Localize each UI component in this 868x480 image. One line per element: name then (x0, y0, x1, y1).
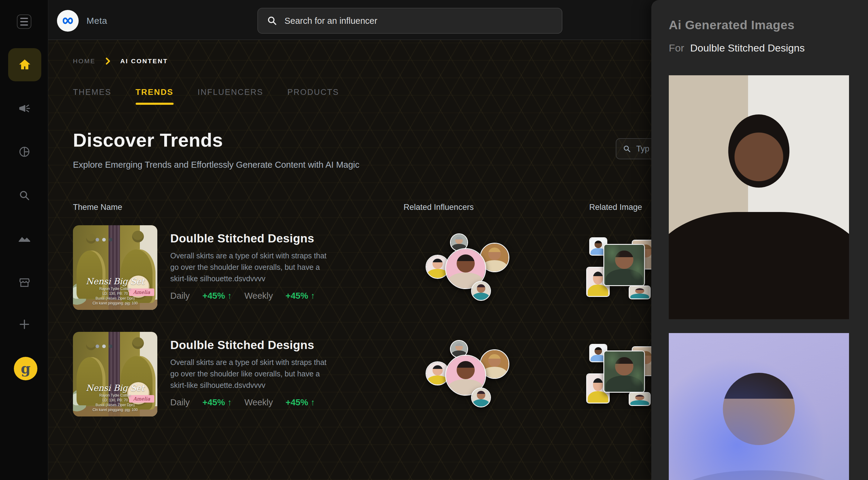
thumb-caption: Nensi Big Set Rayon Tydie Cotton LD: 130… (73, 383, 157, 412)
dollar-icon[interactable]: g (14, 357, 37, 380)
arrow-up-icon: ↑ (311, 291, 315, 301)
avatar[interactable] (471, 281, 491, 301)
table-row[interactable]: Amelia Nensi Big Set Rayon Tydie Cotton … (48, 225, 651, 310)
daily-value: +45%↑ (202, 291, 231, 301)
search-icon (18, 189, 31, 202)
search-input[interactable] (284, 16, 553, 26)
trend-description: Overall skirts are a type of skirt with … (170, 250, 335, 284)
related-image[interactable] (603, 244, 645, 286)
page-title: Discover Trends (73, 129, 223, 151)
trend-stats: Daily +45%↑ Weekly +45%↑ (170, 291, 339, 301)
avatar[interactable] (471, 387, 491, 407)
panel-title: Ai Generated Images (669, 18, 795, 32)
tab-trends[interactable]: TRENDS (135, 88, 174, 105)
column-theme-name: Theme Name (73, 203, 122, 212)
trend-title: Doulble Stitched Designs (170, 339, 339, 352)
sidebar: g (0, 0, 48, 480)
weekly-label: Weekly (244, 398, 273, 407)
sidebar-item-media[interactable] (18, 231, 31, 245)
related-image[interactable] (629, 285, 651, 299)
carousel-dots (96, 238, 113, 241)
daily-value: +45%↑ (202, 398, 231, 407)
generated-image[interactable] (669, 75, 849, 319)
related-images-cluster (586, 341, 651, 408)
sidebar-item-analytics[interactable] (18, 145, 31, 159)
trend-info: Doulble Stitched Designs Overall skirts … (170, 232, 339, 301)
search-icon (267, 16, 277, 26)
chevron-right-icon (104, 58, 111, 65)
tab-themes[interactable]: THEMES (73, 88, 112, 105)
trend-stats: Daily +45%↑ Weekly +45%↑ (170, 398, 339, 407)
related-images-cluster (586, 235, 651, 301)
pie-chart-icon (18, 145, 31, 159)
theme-thumbnail[interactable]: Amelia Nensi Big Set Rayon Tydie Cotton … (73, 225, 157, 310)
weekly-value: +45%↑ (286, 398, 315, 407)
arrow-up-icon: ↑ (227, 291, 232, 301)
breadcrumb-current: AI CONTENT (120, 58, 168, 65)
carousel-dots (96, 344, 113, 348)
trend-title: Doulble Stitched Designs (170, 232, 339, 245)
filter-input[interactable] (636, 144, 651, 153)
sidebar-item-store[interactable] (18, 275, 31, 289)
arrow-up-icon: ↑ (227, 398, 232, 407)
ai-images-panel: Ai Generated Images For Doulble Stitched… (651, 0, 868, 480)
menu-icon[interactable] (17, 14, 31, 29)
generated-image[interactable] (669, 333, 849, 480)
related-image[interactable] (603, 350, 645, 393)
main-content: HOME AI CONTENT THEMES TRENDS INFLUENCER… (48, 40, 651, 480)
plus-icon (18, 318, 31, 331)
weekly-value: +45%↑ (286, 291, 315, 301)
breadcrumb: HOME AI CONTENT (73, 58, 168, 65)
tab-bar: THEMES TRENDS INFLUENCERS PRODUCTS (73, 88, 339, 105)
column-related-images: Related Image (589, 203, 642, 212)
arrow-up-icon: ↑ (311, 398, 315, 407)
page-subtitle: Explore Emerging Trends and Effortlessly… (73, 160, 360, 170)
image-icon (18, 232, 31, 245)
related-influencers-cluster (422, 337, 506, 409)
brand: Meta (57, 10, 107, 32)
tab-products[interactable]: PRODUCTS (287, 88, 339, 105)
store-icon (18, 276, 31, 289)
meta-logo-icon[interactable] (57, 10, 79, 32)
panel-subtitle: For Doulble Stitched Designs (669, 42, 805, 54)
home-icon (18, 58, 32, 72)
tab-influencers[interactable]: INFLUENCERS (198, 88, 264, 105)
search-icon (623, 145, 631, 153)
trend-description: Overall skirts are a type of skirt with … (170, 356, 335, 391)
weekly-label: Weekly (244, 291, 273, 301)
column-related-influencers: Related Influencers (404, 203, 474, 212)
breadcrumb-home[interactable]: HOME (73, 58, 96, 65)
sidebar-item-search[interactable] (18, 188, 31, 202)
brand-name: Meta (87, 16, 107, 26)
trend-filter[interactable] (616, 138, 651, 159)
daily-label: Daily (170, 291, 190, 301)
sidebar-item-home[interactable] (8, 48, 41, 81)
related-influencers-cluster (422, 230, 506, 303)
table-row[interactable]: Amelia Nensi Big Set Rayon Tydie Cotton … (48, 332, 651, 416)
theme-thumbnail[interactable]: Amelia Nensi Big Set Rayon Tydie Cotton … (73, 332, 157, 416)
sidebar-item-campaigns[interactable] (18, 101, 31, 115)
sidebar-item-add[interactable] (18, 317, 31, 331)
trend-info: Doulble Stitched Designs Overall skirts … (170, 339, 339, 407)
related-image[interactable] (629, 392, 651, 406)
influencer-search[interactable] (257, 8, 562, 34)
thumb-caption: Nensi Big Set Rayon Tydie Cotton LD: 130… (73, 276, 157, 306)
daily-label: Daily (170, 398, 190, 407)
megaphone-icon (18, 102, 31, 115)
